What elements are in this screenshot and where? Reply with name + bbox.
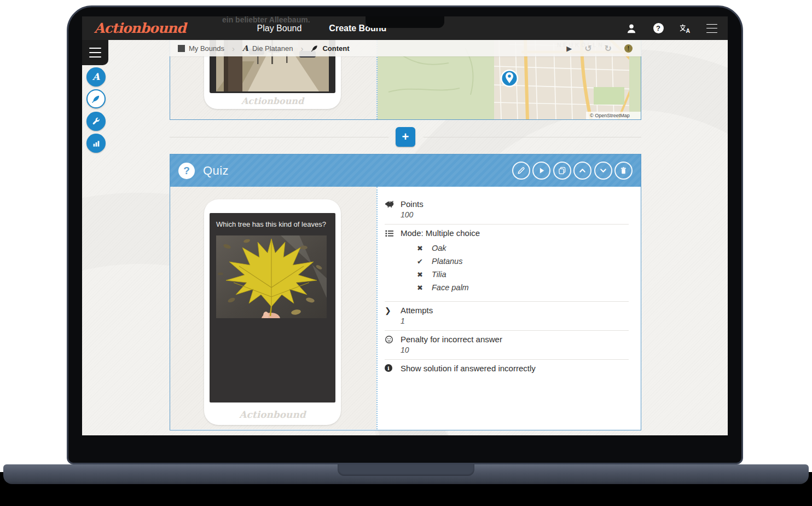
divider-line (424, 137, 641, 137)
breadcrumb-label: Die Platanen (252, 44, 293, 53)
quiz-question-text: Which tree has this kind of leaves? (216, 220, 329, 228)
breadcrumb-toolbar: My Bounds › A Die Platanen › Content ▶ (170, 40, 641, 56)
help-icon[interactable]: ? (652, 22, 664, 34)
breadcrumb-label: Content (322, 44, 349, 53)
svg-text:A: A (686, 27, 691, 33)
mode-label: Mode: Multiple choice (401, 228, 629, 238)
warning-icon[interactable]: ! (624, 44, 633, 53)
menu-icon[interactable] (706, 22, 718, 34)
list-icon (385, 228, 401, 296)
breadcrumb-die-platanen[interactable]: A Die Platanen (242, 44, 293, 53)
wrong-mark-icon: ✖ (417, 271, 425, 279)
quiz-type-icon: ? (178, 163, 195, 179)
redo-icon[interactable]: ↻ (605, 43, 612, 54)
laptop-mockup: ein beliebter Alleebaum. Actionbound Pla… (0, 0, 812, 506)
map-attribution: © OpenStreetMap (590, 113, 630, 118)
breadcrumb-my-bounds[interactable]: My Bounds (178, 44, 224, 53)
pencil-icon (517, 166, 526, 175)
toolbar-actions: ▶ ↺ ↻ ! (566, 43, 641, 54)
info-icon: i (385, 364, 401, 373)
points-row: Points 100 (385, 196, 629, 225)
mode-row: Mode: Multiple choice ✖ Oak ✔ Platanus (385, 225, 629, 302)
sad-face-icon (385, 335, 401, 354)
app-screen: ein beliebter Alleebaum. Actionbound Pla… (82, 16, 728, 435)
leaf-photo (216, 235, 327, 318)
feather-icon (91, 94, 101, 104)
answer-option: ✖ Tilia (417, 270, 629, 279)
attempts-row: ❯ Attempts 1 (385, 302, 629, 331)
laptop-base (3, 464, 809, 484)
breadcrumb-content[interactable]: Content (311, 44, 349, 53)
laptop-base-notch (338, 464, 474, 476)
option-text: Platanus (432, 257, 462, 266)
breadcrumb-separator: › (232, 44, 235, 53)
quiz-phone-preview-area: Which tree has this kind of leaves? (170, 187, 376, 429)
sidebar-item-content[interactable] (86, 89, 106, 108)
answer-option: ✖ Face palm (417, 283, 629, 292)
wrong-mark-icon: ✖ (417, 244, 425, 252)
add-element-button[interactable]: + (396, 127, 415, 147)
user-icon[interactable] (625, 22, 637, 34)
move-up-button[interactable] (573, 162, 591, 180)
points-label: Points (401, 199, 424, 209)
delete-button[interactable] (614, 162, 633, 180)
solution-label: Show solution if answered incorrectly (401, 364, 536, 373)
sidebar-item-bound[interactable]: A (86, 67, 106, 87)
actionbound-watermark: Actionbound (210, 96, 335, 106)
play-icon (537, 166, 546, 175)
divider-line (170, 137, 388, 137)
chevron-right-icon: ❯ (385, 306, 401, 325)
bound-icon: A (242, 44, 248, 52)
breadcrumb-label: My Bounds (189, 44, 224, 53)
nav-play-bound[interactable]: Play Bound (257, 24, 302, 33)
quiz-actions (512, 162, 633, 180)
quiz-details-panel: Points 100 (376, 187, 641, 429)
breadcrumb-separator: › (300, 44, 303, 53)
answer-options: ✖ Oak ✔ Platanus ✖ Tilia (417, 244, 629, 292)
grid-icon (178, 45, 185, 52)
piggy-bank-icon (385, 199, 401, 219)
translate-icon[interactable]: A (679, 22, 691, 34)
quiz-title: Quiz (203, 164, 229, 178)
phone-preview: Which tree has this kind of leaves? (204, 199, 341, 425)
answer-option: ✖ Oak (417, 244, 629, 252)
scrolled-content-ghost-text: ein beliebter Alleebaum. (222, 16, 310, 24)
solution-row: i Show solution if answered incorrectly (385, 360, 629, 378)
penalty-value: 10 (401, 346, 502, 354)
undo-icon[interactable]: ↺ (584, 43, 591, 54)
trash-icon (619, 166, 628, 175)
navbar-actions: ? A (625, 22, 728, 34)
wrong-mark-icon: ✖ (417, 284, 425, 292)
attempts-value: 1 (401, 317, 433, 325)
copy-icon (558, 166, 567, 175)
sidebar-item-settings[interactable] (86, 112, 106, 131)
location-marker-icon (501, 70, 518, 87)
sidebar-item-statistics[interactable] (86, 134, 106, 153)
preview-play-icon[interactable]: ▶ (566, 44, 572, 53)
feather-icon (311, 44, 318, 52)
bar-chart-icon (92, 139, 101, 148)
quiz-element-card: ? Quiz (170, 154, 641, 430)
quiz-card-body: Which tree has this kind of leaves? (170, 187, 641, 429)
option-text: Tilia (432, 270, 446, 279)
laptop-screen-bezel: ein beliebter Alleebaum. Actionbound Pla… (67, 5, 743, 464)
camera-notch (366, 16, 444, 28)
preview-button[interactable] (532, 162, 550, 180)
actionbound-logo[interactable]: Actionbound (94, 20, 186, 36)
chevron-down-icon (599, 166, 608, 175)
edit-button[interactable] (512, 162, 530, 180)
option-text: Face palm (432, 283, 469, 292)
wrench-icon (92, 117, 101, 126)
chevron-up-icon (578, 166, 587, 175)
answer-option: ✔ Platanus (417, 257, 629, 266)
penalty-label: Penalty for incorrect answer (401, 335, 502, 344)
option-text: Oak (432, 244, 446, 252)
actionbound-watermark: Actionbound (210, 409, 335, 420)
move-down-button[interactable] (594, 162, 612, 180)
duplicate-button[interactable] (553, 162, 571, 180)
penalty-row: Penalty for incorrect answer 10 (385, 331, 629, 360)
bound-icon: A (92, 72, 100, 82)
attempts-label: Attempts (401, 306, 433, 315)
quiz-card-header: ? Quiz (170, 154, 641, 187)
sidebar-toggle-button[interactable] (82, 40, 108, 65)
